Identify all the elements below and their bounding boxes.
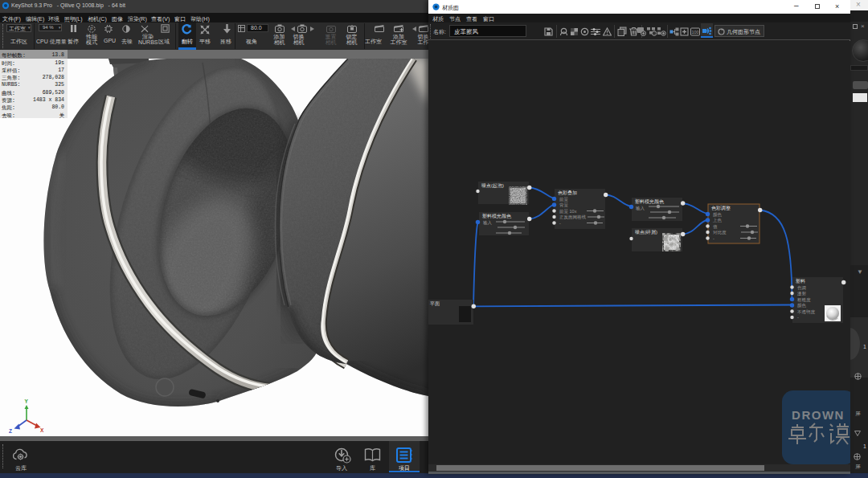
svg-text:100: 100 [691,30,698,35]
svg-text:DROWN: DROWN [792,408,845,422]
svg-text:色彩叠加: 色彩叠加 [558,190,577,195]
svg-text:正反面网格线: 正反面网格线 [559,214,587,220]
svg-text:漫射: 漫射 [796,291,807,296]
svg-text:粗糙度: 粗糙度 [797,297,811,303]
svg-text:输入: 输入 [636,206,645,211]
svg-text:塑料模光颜色: 塑料模光颜色 [482,213,512,219]
svg-text:塑料模光颜色: 塑料模光颜色 [635,198,665,205]
svg-text:塑料: 塑料 [796,278,805,284]
svg-text:-: - [797,315,799,320]
svg-text:上色: 上色 [713,218,723,223]
svg-text:前景 10x: 前景 10x [559,209,577,214]
svg-text:噪点(起泡): 噪点(起泡) [481,183,504,189]
svg-text:颜色: 颜色 [713,212,723,217]
svg-text:色彩调整: 色彩调整 [711,205,731,211]
svg-text:值: 值 [713,224,718,229]
svg-text:颜色: 颜色 [797,303,807,308]
svg-text:平面: 平面 [430,300,440,307]
svg-text:对比度: 对比度 [713,230,727,235]
svg-text:色调: 色调 [797,285,806,291]
svg-text:前景: 前景 [559,197,569,202]
svg-text:X: X [40,427,44,433]
svg-text:-: - [559,221,561,226]
svg-text:-: - [713,236,714,241]
svg-text:背景: 背景 [559,202,569,207]
svg-text:输入: 输入 [483,220,493,226]
svg-text:Z: Z [9,428,12,434]
svg-text:不透明度: 不透明度 [797,309,816,315]
svg-text:P: P [90,27,93,31]
svg-text:噪点(碎屑): 噪点(碎屑) [635,229,657,235]
svg-text:Y: Y [25,398,29,404]
